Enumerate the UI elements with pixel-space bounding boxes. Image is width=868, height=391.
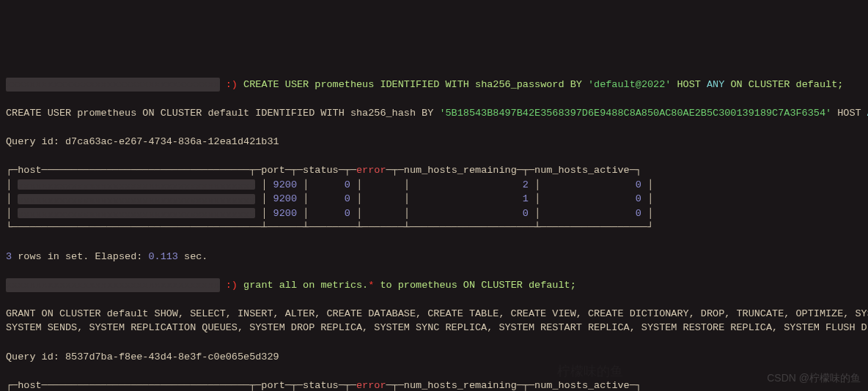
echo-line-2a: GRANT ON CLUSTER default SHOW, SELECT, I… [6,308,868,319]
sql-hash-literal: '5B18543B8497B42E3568397D6E9488C8A850AC8… [439,108,831,119]
col-error: error [356,165,386,176]
watermark-csdn: CSDN @柠檬味的鱼 [767,370,861,385]
prompt-smile-icon: :) [226,280,238,291]
redacted-host: xxxxxxxxxxxxxxxxxxxxxxxxxxxxxxxxxxxxxxxx [18,194,255,204]
redacted-host: xxxxxxxxxxxxxxxxxxxxxxxxxxxxxxxxxxxx [6,78,220,92]
terminal-output: xxxxxxxxxxxxxxxxxxxxxxxxxxxxxxxxxxxx :) … [6,63,862,391]
table-row: │ xxxxxxxxxxxxxxxxxxxxxxxxxxxxxxxxxxxxxx… [6,208,653,219]
sql-password-literal: 'default@2022' [588,79,671,90]
sql-create-user: CREATE USER prometheus IDENTIFIED WITH s… [243,79,588,90]
echo-line-2b: SYSTEM SENDS, SYSTEM REPLICATION QUEUES,… [6,322,868,333]
prompt-smile-icon: :) [226,79,238,90]
table-border-bottom: └───────────────────────────────────────… [6,222,653,233]
redacted-host: xxxxxxxxxxxxxxxxxxxxxxxxxxxxxxxxxxxxxxxx [18,208,255,218]
prompt-line-1[interactable]: xxxxxxxxxxxxxxxxxxxxxxxxxxxxxxxxxxxx :) … [6,79,843,90]
echo-line-1: CREATE USER prometheus ON CLUSTER defaul… [6,108,868,119]
redacted-host: xxxxxxxxxxxxxxxxxxxxxxxxxxxxxxxxxxxx [6,278,220,293]
query-id-2: Query id: 8537d7ba-f8ee-43d4-8e3f-c0e065… [6,351,279,362]
table-row: │ xxxxxxxxxxxxxxxxxxxxxxxxxxxxxxxxxxxxxx… [6,193,653,204]
sql-grant: grant all on metrics. [243,280,368,291]
prompt-line-2[interactable]: xxxxxxxxxxxxxxxxxxxxxxxxxxxxxxxxxxxx :) … [6,280,576,291]
summary-1: 3 rows in set. Elapsed: 0.113 sec. [6,251,207,262]
table-border-top: ┌─host──────────────────────────────────… [6,165,641,176]
table-row: │ xxxxxxxxxxxxxxxxxxxxxxxxxxxxxxxxxxxxxx… [6,179,653,190]
query-id-1: Query id: d7ca63ac-e267-4734-836a-12ea1d… [6,136,279,147]
watermark-faint: 柠檬味的鱼 [557,362,623,381]
table-border-top: ┌─host──────────────────────────────────… [6,380,641,391]
col-error: error [356,380,386,391]
sql-any: ANY [707,79,724,90]
redacted-host: xxxxxxxxxxxxxxxxxxxxxxxxxxxxxxxxxxxxxxxx [18,179,255,190]
